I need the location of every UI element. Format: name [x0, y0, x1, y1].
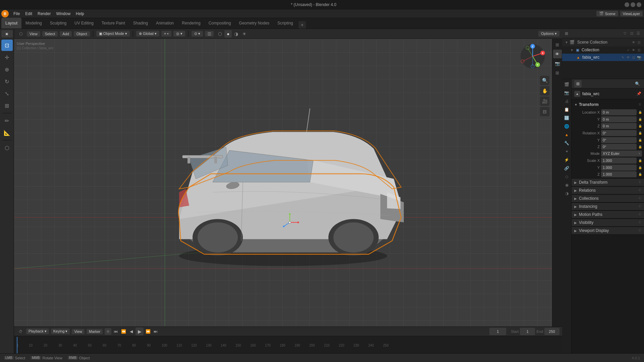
- prop-objectdata-icon[interactable]: ◇: [563, 173, 571, 181]
- prop-world-icon[interactable]: 🌐: [563, 122, 571, 130]
- object-pin-icon[interactable]: 📌: [637, 92, 641, 96]
- keyframe-indicator[interactable]: [105, 328, 111, 335]
- delta-transform-header[interactable]: ▶ Delta Transform ⠿: [572, 178, 644, 186]
- keying-button[interactable]: Keying ▾: [51, 328, 70, 334]
- jump-start-button[interactable]: ⏮: [112, 328, 119, 335]
- vr-icon-view[interactable]: 👁: [553, 50, 562, 58]
- timeline-playhead[interactable]: [17, 337, 17, 353]
- shading-wireframe[interactable]: ⬡: [216, 30, 224, 38]
- tab-sculpting[interactable]: Sculpting: [46, 18, 70, 28]
- rotate-tool-button[interactable]: ↻: [1, 76, 13, 87]
- coll-select[interactable]: ⊡: [637, 48, 641, 52]
- tab-compositing[interactable]: Compositing: [205, 18, 235, 28]
- vr-icon-grid[interactable]: ⊞: [553, 68, 562, 77]
- zoom-icon[interactable]: 🔍: [540, 76, 549, 85]
- select-menu-button[interactable]: Select: [42, 31, 58, 37]
- camera-icon[interactable]: 🎥: [540, 97, 549, 106]
- menu-help[interactable]: Help: [73, 11, 87, 17]
- transform-tool-button[interactable]: ⊞: [1, 100, 13, 111]
- object-menu-button[interactable]: Object: [74, 31, 90, 37]
- playback-button[interactable]: Playback ▾: [26, 328, 49, 334]
- maximize-button[interactable]: □: [631, 2, 635, 7]
- proportional-edit-button[interactable]: ◎ ▾: [173, 31, 185, 37]
- view-button[interactable]: View: [72, 329, 85, 334]
- props-scrollable[interactable]: ▼ Transform ⠿ Location X 0 m 🔒: [572, 99, 644, 353]
- viewport-3d[interactable]: User Perspective (1) Collection | fabia_…: [14, 39, 552, 326]
- prop-physics-icon[interactable]: ⚡: [563, 156, 571, 164]
- shading-rendered[interactable]: ☀: [240, 30, 248, 38]
- prop-scenedata-icon[interactable]: 🔢: [563, 114, 571, 122]
- overlay-button[interactable]: ⊙ ▾: [192, 31, 203, 37]
- vr-icon-toolbar[interactable]: ⊞: [553, 40, 562, 49]
- props-search-icon[interactable]: 🔍: [633, 80, 641, 88]
- step-forward-button[interactable]: ⏩: [145, 328, 151, 335]
- scale-y-value[interactable]: 1.000: [601, 165, 637, 171]
- add-primitive-button[interactable]: ⬡: [1, 142, 13, 154]
- rotation-mode-dropdown[interactable]: XYZ Euler ▾: [601, 150, 642, 157]
- obj-render-icon[interactable]: 📷: [637, 55, 641, 60]
- motion-paths-options[interactable]: ⠿: [639, 213, 641, 216]
- timeline-editor-type[interactable]: ⏱: [17, 328, 24, 335]
- prop-viewlayer-icon[interactable]: 📋: [563, 106, 571, 114]
- relations-options[interactable]: ⠿: [639, 189, 641, 192]
- menu-render[interactable]: Render: [35, 11, 53, 17]
- outliner-fabia-item[interactable]: ▲ fabia_wrc ✎ 👁 ⊡ 📷: [562, 54, 644, 61]
- scene-selector[interactable]: 🎬 Scene: [596, 11, 618, 16]
- delta-transform-options[interactable]: ⠿: [639, 181, 641, 184]
- visibility-icon[interactable]: 👁: [631, 40, 636, 45]
- motion-paths-header[interactable]: ▶ Motion Paths ⠿: [572, 210, 644, 219]
- options-button[interactable]: Options ▾: [538, 31, 559, 37]
- prop-scene-icon[interactable]: 🎬: [563, 80, 571, 88]
- prop-constraints-icon[interactable]: 🔗: [563, 164, 571, 172]
- menu-file[interactable]: File: [11, 11, 22, 17]
- obj-edit-icon[interactable]: ✎: [621, 55, 625, 60]
- play-back-button[interactable]: ◀: [128, 328, 135, 335]
- prop-particles-icon[interactable]: ✦: [563, 147, 571, 156]
- viewport-display-options[interactable]: ⠿: [639, 229, 641, 232]
- scale-z-value[interactable]: 1.000: [601, 171, 637, 177]
- transform-options[interactable]: ⠿: [639, 103, 641, 107]
- shading-solid[interactable]: ●: [224, 30, 232, 38]
- tab-geometry-nodes[interactable]: Geometry Nodes: [235, 18, 273, 28]
- tab-layout[interactable]: Layout: [1, 18, 21, 28]
- prop-render-icon[interactable]: 📷: [563, 89, 571, 97]
- start-frame-field[interactable]: 1: [520, 328, 535, 335]
- viewport-display-header[interactable]: ▶ Viewport Display ⠿: [572, 227, 644, 235]
- rotation-x-lock[interactable]: 🔒: [638, 131, 642, 135]
- location-z-lock[interactable]: 🔒: [638, 124, 642, 128]
- obj-eye-icon[interactable]: 👁: [626, 55, 631, 60]
- annotate-tool-button[interactable]: ✏: [1, 115, 13, 126]
- prop-shading-icon[interactable]: ◑: [563, 189, 571, 197]
- scale-z-lock[interactable]: 🔒: [638, 172, 642, 176]
- rotation-z-value[interactable]: 0°: [601, 144, 637, 150]
- xray-button[interactable]: ◫: [205, 31, 214, 37]
- instancing-options[interactable]: ⠿: [639, 205, 641, 208]
- obj-select-icon[interactable]: ⊡: [631, 55, 636, 60]
- location-y-lock[interactable]: 🔒: [638, 117, 642, 121]
- scale-y-lock[interactable]: 🔒: [638, 166, 642, 170]
- end-frame-field[interactable]: 250: [544, 328, 559, 335]
- location-z-value[interactable]: 0 m: [601, 123, 637, 129]
- current-frame-field[interactable]: 1: [489, 328, 506, 335]
- vr-icon-camera[interactable]: 📷: [553, 59, 562, 68]
- filter-icon-2[interactable]: ⊡: [629, 31, 635, 37]
- location-x-value[interactable]: 0 m: [601, 109, 637, 115]
- shading-material[interactable]: ◑: [232, 30, 240, 38]
- fly-icon[interactable]: ✋: [540, 86, 549, 96]
- add-workspace-button[interactable]: +: [299, 21, 306, 28]
- tab-shading[interactable]: Shading: [129, 18, 152, 28]
- visibility-header[interactable]: ▶ Visibility ⠿: [572, 219, 644, 227]
- prop-object-icon[interactable]: ▲: [563, 131, 571, 139]
- prop-modifier-icon[interactable]: 🔧: [563, 139, 571, 147]
- relations-header[interactable]: ▶ Relations ⠿: [572, 186, 644, 194]
- tab-uv-editing[interactable]: UV Editing: [70, 18, 98, 28]
- prop-output-icon[interactable]: 🖨: [563, 97, 571, 105]
- rotation-x-value[interactable]: 0°: [601, 130, 637, 136]
- outliner-collection-item[interactable]: ▼ ▣ Collection ✓ 👁 ⊡: [562, 46, 644, 54]
- outliner-editor-icon[interactable]: ⊞: [565, 31, 568, 36]
- play-button[interactable]: ▶: [136, 327, 144, 336]
- mode-selector[interactable]: ▣: [1, 30, 13, 38]
- select-tool-button[interactable]: ⊡: [1, 40, 13, 51]
- rotation-y-lock[interactable]: 🔒: [638, 138, 642, 142]
- filter-icon-1[interactable]: ▽: [622, 31, 628, 37]
